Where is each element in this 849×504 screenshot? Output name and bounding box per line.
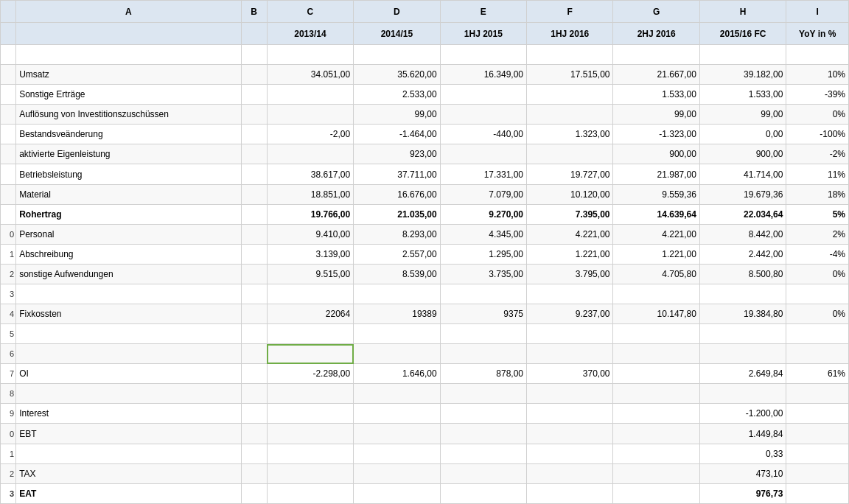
col-g-cell[interactable]: 21.667,00 (613, 65, 699, 85)
col-e-cell[interactable] (440, 344, 526, 364)
col-h-cell[interactable] (699, 384, 786, 404)
col-h-cell[interactable]: 8.500,80 (699, 264, 786, 284)
col-h-cell[interactable]: 900,00 (699, 144, 786, 164)
col-e-cell[interactable] (440, 463, 526, 483)
col-b-cell[interactable] (241, 364, 267, 384)
col-f-cell[interactable]: 17.515,00 (527, 65, 613, 85)
row-label[interactable]: Rohertrag (16, 204, 241, 224)
col-e-cell[interactable]: 4.345,00 (440, 224, 526, 244)
row-label[interactable]: EAT (16, 483, 241, 503)
col-c-cell[interactable] (267, 284, 353, 304)
col-b-cell[interactable] (241, 424, 267, 444)
col-d-cell[interactable] (354, 404, 440, 424)
col-e-cell[interactable] (440, 324, 526, 344)
col-b-cell[interactable] (241, 264, 267, 284)
col-i-cell[interactable] (786, 45, 849, 65)
col-f-cell[interactable] (527, 344, 613, 364)
row-label[interactable]: Sonstige Erträge (16, 85, 241, 105)
col-g-cell[interactable]: 9.559,36 (613, 184, 699, 204)
col-h-cell[interactable]: 2.442,00 (699, 244, 786, 264)
col-c-cell[interactable]: 34.051,00 (267, 65, 353, 85)
col-g-cell[interactable]: 10.147,80 (613, 304, 699, 324)
col-b-cell[interactable] (241, 404, 267, 424)
col-b-cell[interactable] (241, 204, 267, 224)
col-f-cell[interactable]: 4.221,00 (527, 224, 613, 244)
row-label[interactable]: Personal (16, 224, 241, 244)
row-label[interactable]: Material (16, 184, 241, 204)
col-i-cell[interactable]: -2% (786, 144, 849, 164)
col-i-cell[interactable]: 0% (786, 304, 849, 324)
row-label[interactable] (16, 384, 241, 404)
col-h-cell[interactable] (699, 324, 786, 344)
col-f-cell[interactable]: 370,00 (527, 364, 613, 384)
col-g-cell[interactable]: 1.533,00 (613, 85, 699, 105)
col-e-cell[interactable]: 17.331,00 (440, 164, 526, 184)
col-i-cell[interactable]: 61% (786, 364, 849, 384)
col-b-cell[interactable] (241, 244, 267, 264)
col-e-cell[interactable]: -440,00 (440, 125, 526, 144)
col-h-cell[interactable]: 8.442,00 (699, 224, 786, 244)
col-i-cell[interactable] (786, 424, 849, 444)
col-d-cell[interactable]: 16.676,00 (354, 184, 440, 204)
col-h-cell[interactable]: 2.649,84 (699, 364, 786, 384)
col-f-cell[interactable] (527, 384, 613, 404)
col-d-cell[interactable]: 2.557,00 (354, 244, 440, 264)
col-g-cell[interactable] (613, 344, 699, 364)
col-g-cell[interactable]: 4.705,80 (613, 264, 699, 284)
col-e-cell[interactable]: 3.735,00 (440, 264, 526, 284)
col-f-cell[interactable]: 3.795,00 (527, 264, 613, 284)
col-f-cell[interactable] (527, 144, 613, 164)
row-label[interactable]: TAX (16, 463, 241, 483)
col-f-cell[interactable]: 7.395,00 (527, 204, 613, 224)
col-h-cell[interactable]: 0,33 (699, 444, 786, 463)
row-label[interactable]: Abschreibung (16, 244, 241, 264)
col-c-cell[interactable]: -2,00 (267, 125, 353, 144)
col-d-cell[interactable]: 19389 (354, 304, 440, 324)
col-g-cell[interactable]: 900,00 (613, 144, 699, 164)
col-c-cell[interactable]: 38.617,00 (267, 164, 353, 184)
col-h-cell[interactable]: 41.714,00 (699, 164, 786, 184)
col-f-cell[interactable] (527, 444, 613, 463)
col-f-cell[interactable]: 19.727,00 (527, 164, 613, 184)
row-label[interactable]: Auflösung von Investitionszuschüssen (16, 105, 241, 125)
col-h-cell[interactable]: 473,10 (699, 463, 786, 483)
col-g-cell[interactable] (613, 45, 699, 65)
col-f-cell[interactable] (527, 424, 613, 444)
col-g-cell[interactable] (613, 463, 699, 483)
col-i-cell[interactable] (786, 384, 849, 404)
col-e-cell[interactable] (440, 483, 526, 503)
col-h-cell[interactable]: 0,00 (699, 125, 786, 144)
col-f-cell[interactable] (527, 284, 613, 304)
col-d-cell[interactable]: 2.533,00 (354, 85, 440, 105)
col-f-cell[interactable] (527, 45, 613, 65)
col-f-cell[interactable] (527, 324, 613, 344)
col-d-cell[interactable]: 8.293,00 (354, 224, 440, 244)
col-g-cell[interactable] (613, 404, 699, 424)
col-h-cell[interactable]: 19.679,36 (699, 184, 786, 204)
col-e-cell[interactable]: 1.295,00 (440, 244, 526, 264)
col-c-cell[interactable] (267, 344, 353, 364)
col-e-cell[interactable] (440, 384, 526, 404)
col-h-cell[interactable]: 976,73 (699, 483, 786, 503)
col-c-cell[interactable]: 3.139,00 (267, 244, 353, 264)
col-g-cell[interactable]: 4.221,00 (613, 224, 699, 244)
col-d-cell[interactable] (354, 344, 440, 364)
col-b-cell[interactable] (241, 384, 267, 404)
col-g-cell[interactable] (613, 444, 699, 463)
col-i-cell[interactable]: -100% (786, 125, 849, 144)
col-c-cell[interactable]: -2.298,00 (267, 364, 353, 384)
col-e-cell[interactable] (440, 424, 526, 444)
col-b-cell[interactable] (241, 284, 267, 304)
col-i-cell[interactable] (786, 404, 849, 424)
col-b-cell[interactable] (241, 85, 267, 105)
col-f-cell[interactable] (527, 105, 613, 125)
col-c-cell[interactable] (267, 483, 353, 503)
col-d-cell[interactable] (354, 483, 440, 503)
col-e-cell[interactable]: 878,00 (440, 364, 526, 384)
col-d-cell[interactable] (354, 424, 440, 444)
col-f-cell[interactable]: 1.323,00 (527, 125, 613, 144)
col-c-cell[interactable] (267, 424, 353, 444)
col-b-cell[interactable] (241, 224, 267, 244)
col-e-cell[interactable]: 9.270,00 (440, 204, 526, 224)
col-i-cell[interactable]: 5% (786, 204, 849, 224)
